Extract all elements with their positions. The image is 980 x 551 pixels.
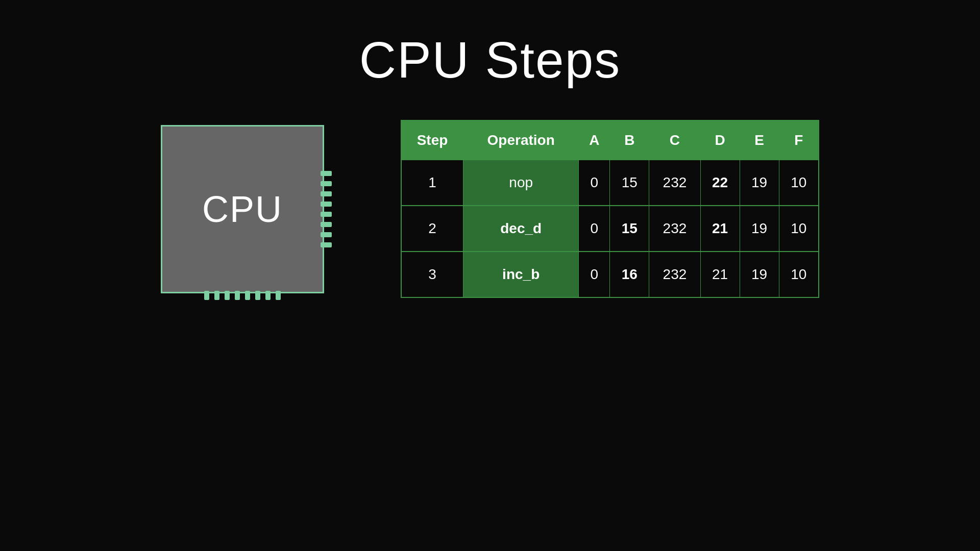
table-header-row: Step Operation A B C D E F	[401, 120, 819, 160]
col-header-b: B	[610, 120, 649, 160]
table-row: 3 inc_b 0 16 232 21 19 10	[401, 252, 819, 297]
cell-f-3: 10	[779, 252, 819, 297]
cpu-pin-h	[255, 291, 260, 300]
cell-b-3: 16	[610, 252, 649, 297]
cell-a-3: 0	[579, 252, 610, 297]
cpu-pin	[321, 191, 332, 196]
cpu-pin-h	[265, 291, 271, 300]
cell-d-1: 22	[700, 160, 740, 206]
cell-d-3: 21	[700, 252, 740, 297]
cpu-pin	[321, 212, 332, 217]
cell-e-3: 19	[740, 252, 779, 297]
col-header-c: C	[649, 120, 700, 160]
cell-a-2: 0	[579, 206, 610, 252]
cell-f-1: 10	[779, 160, 819, 206]
cpu-pin	[321, 222, 332, 227]
cpu-pin-h	[235, 291, 240, 300]
cell-step-1: 1	[401, 160, 463, 206]
col-header-e: E	[740, 120, 779, 160]
table-row: 1 nop 0 15 232 22 19 10	[401, 160, 819, 206]
cpu-pin	[321, 171, 332, 176]
cpu-steps-table-container: Step Operation A B C D E F 1 nop 0 15 2	[401, 120, 819, 298]
cpu-pin-h	[214, 291, 219, 300]
content-area: CPU	[0, 120, 980, 298]
cpu-steps-table: Step Operation A B C D E F 1 nop 0 15 2	[401, 120, 819, 298]
cpu-pin	[321, 232, 332, 237]
col-header-operation: Operation	[463, 120, 578, 160]
col-header-d: D	[700, 120, 740, 160]
cell-e-2: 19	[740, 206, 779, 252]
col-header-a: A	[579, 120, 610, 160]
cpu-wrapper: CPU	[161, 122, 350, 296]
cpu-pin-h	[204, 291, 209, 300]
cell-op-2: dec_d	[463, 206, 578, 252]
table-row: 2 dec_d 0 15 232 21 19 10	[401, 206, 819, 252]
cpu-pin	[321, 242, 332, 247]
cell-b-2: 15	[610, 206, 649, 252]
cell-c-2: 232	[649, 206, 700, 252]
cell-op-3: inc_b	[463, 252, 578, 297]
cell-c-3: 232	[649, 252, 700, 297]
cell-step-2: 2	[401, 206, 463, 252]
cell-d-2: 21	[700, 206, 740, 252]
cpu-pin-h	[276, 291, 281, 300]
cpu-pin-h	[225, 291, 230, 300]
col-header-f: F	[779, 120, 819, 160]
cpu-pin	[321, 202, 332, 207]
page-title: CPU Steps	[359, 31, 621, 89]
cpu-pins-right	[321, 171, 332, 247]
cell-a-1: 0	[579, 160, 610, 206]
cell-f-2: 10	[779, 206, 819, 252]
cpu-pins-bottom	[204, 291, 281, 300]
cpu-chip-label: CPU	[202, 188, 283, 230]
cell-op-1: nop	[463, 160, 578, 206]
cpu-illustration: CPU	[161, 122, 350, 296]
cpu-pin	[321, 181, 332, 186]
cell-step-3: 3	[401, 252, 463, 297]
cpu-pin-h	[245, 291, 250, 300]
cpu-chip: CPU	[161, 125, 324, 293]
cell-e-1: 19	[740, 160, 779, 206]
cell-b-1: 15	[610, 160, 649, 206]
cell-c-1: 232	[649, 160, 700, 206]
col-header-step: Step	[401, 120, 463, 160]
